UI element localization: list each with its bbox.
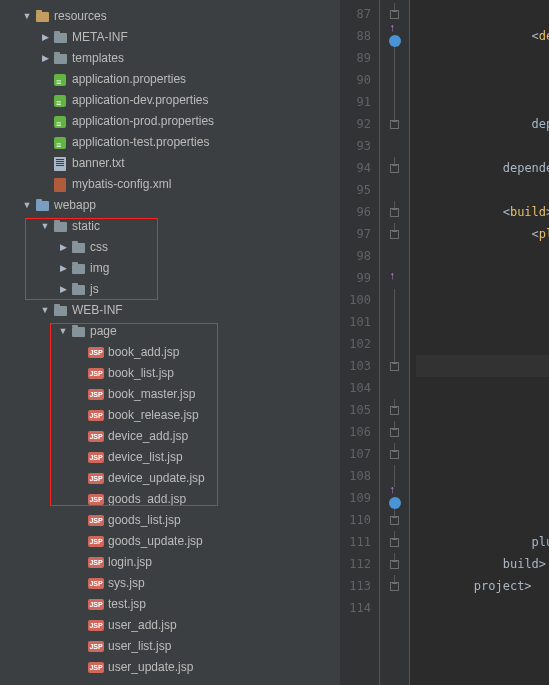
code-line[interactable]: dependenc [416, 3, 549, 25]
tree-item-book_master-jsp[interactable]: ▶JSPbook_master.jsp [0, 384, 340, 405]
tree-item-goods_add-jsp[interactable]: ▶JSPgoods_add.jsp [0, 489, 340, 510]
tree-item-resources[interactable]: ▼resources [0, 6, 340, 27]
marker-gutter [380, 0, 410, 685]
chevron-down-icon[interactable]: ▼ [22, 195, 32, 216]
code-line[interactable]: project> [416, 575, 549, 597]
tree-item-label: device_list.jsp [108, 447, 183, 468]
folder-icon [52, 303, 68, 319]
chevron-down-icon[interactable]: ▼ [40, 300, 50, 321]
tree-item-webapp[interactable]: ▼webapp [0, 195, 340, 216]
fold-gutter [380, 289, 409, 311]
code-line[interactable]: <a [416, 311, 549, 333]
tree-item-js[interactable]: ▶js [0, 279, 340, 300]
fold-gutter [380, 91, 409, 113]
line-number: 110 [340, 509, 379, 531]
chevron-down-icon[interactable]: ▼ [58, 321, 68, 342]
code-line[interactable]: <artif [416, 69, 549, 91]
tree-item-user_add-jsp[interactable]: ▶JSPuser_add.jsp [0, 615, 340, 636]
code-line[interactable] [416, 179, 549, 201]
tree-item-mybatis-config-xml[interactable]: ▶mybatis-config.xml [0, 174, 340, 195]
jsp-file-icon: JSP [88, 366, 104, 382]
code-line[interactable] [416, 399, 549, 421]
tree-item-label: sys.jsp [108, 573, 145, 594]
tree-item-page[interactable]: ▼page [0, 321, 340, 342]
code-line[interactable]: <a [416, 487, 549, 509]
tree-item-label: img [90, 258, 109, 279]
tree-item-static[interactable]: ▼static [0, 216, 340, 237]
jsp-file-icon: JSP [88, 450, 104, 466]
tree-item-img[interactable]: ▶img [0, 258, 340, 279]
chevron-down-icon[interactable]: ▼ [22, 6, 32, 27]
line-number: 99 [340, 267, 379, 289]
tree-item-application-prod-properties[interactable]: ▶application-prod.properties [0, 111, 340, 132]
code-line[interactable]: <group [416, 47, 549, 69]
tree-item-application-test-properties[interactable]: ▶application-test.properties [0, 132, 340, 153]
code-line[interactable] [416, 597, 549, 619]
jsp-file-icon: JSP [88, 387, 104, 403]
code-line[interactable]: <a [416, 465, 549, 487]
tree-item-user_list-jsp[interactable]: ▶JSPuser_list.jsp [0, 636, 340, 657]
chevron-right-icon[interactable]: ▶ [58, 279, 68, 300]
chevron-right-icon[interactable]: ▶ [58, 258, 68, 279]
tree-item-book_list-jsp[interactable]: ▶JSPbook_list.jsp [0, 363, 340, 384]
jsp-file-icon: JSP [88, 492, 104, 508]
code-line[interactable] [416, 135, 549, 157]
tree-item-device_list-jsp[interactable]: ▶JSPdevice_list.jsp [0, 447, 340, 468]
jsp-file-icon: JSP [88, 660, 104, 676]
tree-item-WEB-INF[interactable]: ▼WEB-INF [0, 300, 340, 321]
tree-item-device_update-jsp[interactable]: ▶JSPdevice_update.jsp [0, 468, 340, 489]
tree-item-goods_list-jsp[interactable]: ▶JSPgoods_list.jsp [0, 510, 340, 531]
code-line[interactable]: <plugins> [416, 223, 549, 245]
code-line[interactable] [416, 245, 549, 267]
override-marker-icon [380, 487, 409, 509]
code-line[interactable]: <plugi [416, 443, 549, 465]
line-number: 92 [340, 113, 379, 135]
tree-item-device_add-jsp[interactable]: ▶JSPdevice_add.jsp [0, 426, 340, 447]
jsp-file-icon: JSP [88, 471, 104, 487]
project-tree[interactable]: ▼resources▶META-INF▶templates▶applicatio… [0, 0, 340, 685]
code-line[interactable]: <dependenc [416, 25, 549, 47]
line-number: 102 [340, 333, 379, 355]
tree-item-login-jsp[interactable]: ▶JSPlogin.jsp [0, 552, 340, 573]
fold-gutter [380, 135, 409, 157]
tree-item-banner-txt[interactable]: ▶banner.txt [0, 153, 340, 174]
xml-file-icon [52, 177, 68, 193]
code-line[interactable]: build> [416, 553, 549, 575]
tree-item-sys-jsp[interactable]: ▶JSPsys.jsp [0, 573, 340, 594]
code-line[interactable]: <plugi [416, 267, 549, 289]
chevron-right-icon[interactable]: ▶ [40, 27, 50, 48]
chevron-right-icon[interactable]: ▶ [58, 237, 68, 258]
code-line[interactable]: plugins> [416, 531, 549, 553]
web-folder-icon [34, 198, 50, 214]
code-line[interactable]: <g [416, 289, 549, 311]
code-editor[interactable]: 8788899091929394959697989910010110210310… [340, 0, 549, 685]
code-line[interactable]: dependencies [416, 157, 549, 179]
code-line[interactable]: <scope [416, 91, 549, 113]
fold-gutter [380, 245, 409, 267]
tree-item-templates[interactable]: ▶templates [0, 48, 340, 69]
tree-item-label: mybatis-config.xml [72, 174, 171, 195]
code-line[interactable]: dependenc [416, 113, 549, 135]
tree-item-META-INF[interactable]: ▶META-INF [0, 27, 340, 48]
code-line[interactable] [416, 355, 549, 377]
tree-item-test-jsp[interactable]: ▶JSPtest.jsp [0, 594, 340, 615]
code-line[interactable] [416, 377, 549, 399]
tree-item-css[interactable]: ▶css [0, 237, 340, 258]
tree-item-user_update-jsp[interactable]: ▶JSPuser_update.jsp [0, 657, 340, 678]
code-content[interactable]: dependenc <dependenc <group <artif <scop… [410, 0, 549, 685]
code-line[interactable]: <v [416, 333, 549, 355]
tree-item-application-dev-properties[interactable]: ▶application-dev.properties [0, 90, 340, 111]
code-line[interactable]: plug [416, 421, 549, 443]
line-number: 103 [340, 355, 379, 377]
line-number: 113 [340, 575, 379, 597]
tree-item-book_release-jsp[interactable]: ▶JSPbook_release.jsp [0, 405, 340, 426]
chevron-right-icon[interactable]: ▶ [40, 48, 50, 69]
code-line[interactable]: <build> [416, 201, 549, 223]
tree-item-goods_update-jsp[interactable]: ▶JSPgoods_update.jsp [0, 531, 340, 552]
tree-item-application-properties[interactable]: ▶application.properties [0, 69, 340, 90]
chevron-down-icon[interactable]: ▼ [40, 216, 50, 237]
tree-item-book_add-jsp[interactable]: ▶JSPbook_add.jsp [0, 342, 340, 363]
code-line[interactable]: plug [416, 509, 549, 531]
tree-item-label: book_master.jsp [108, 384, 195, 405]
line-number: 90 [340, 69, 379, 91]
